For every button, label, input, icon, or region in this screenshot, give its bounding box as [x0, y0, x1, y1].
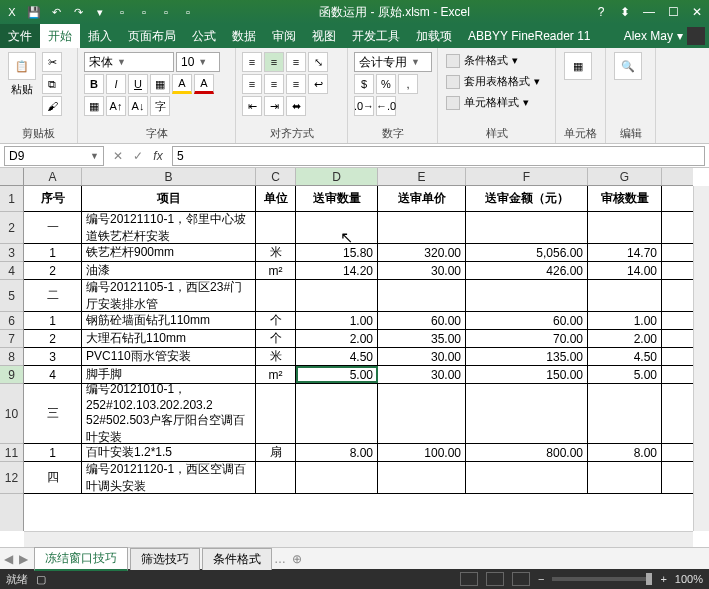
tab-insert[interactable]: 插入	[80, 24, 120, 48]
cell[interactable]: 5,056.00	[466, 244, 588, 261]
cell[interactable]: 米	[256, 348, 296, 365]
cell[interactable]: 个	[256, 330, 296, 347]
cell[interactable]: 1	[24, 244, 82, 261]
align-left-icon[interactable]: ≡	[242, 74, 262, 94]
cell[interactable]: m²	[256, 366, 296, 383]
merge-cells-icon[interactable]: ⬌	[286, 96, 306, 116]
cell[interactable]	[296, 384, 378, 443]
decrease-decimal-icon[interactable]: ←.0	[376, 96, 396, 116]
cell[interactable]: 4	[24, 366, 82, 383]
col-header-A[interactable]: A	[24, 168, 82, 185]
col-header-C[interactable]: C	[256, 168, 296, 185]
fx-icon[interactable]: fx	[148, 149, 168, 163]
header-cell[interactable]: 审核数量	[588, 186, 662, 211]
cell[interactable]: 3	[24, 348, 82, 365]
cell[interactable]: 大理石钻孔110mm	[82, 330, 256, 347]
col-header-G[interactable]: G	[588, 168, 662, 185]
currency-icon[interactable]: $	[354, 74, 374, 94]
page-layout-view-icon[interactable]	[486, 572, 504, 586]
cell[interactable]: 426.00	[466, 262, 588, 279]
cell[interactable]: 14.00	[588, 262, 662, 279]
maximize-icon[interactable]: ☐	[665, 5, 681, 19]
align-bottom-icon[interactable]: ≡	[286, 52, 306, 72]
cell[interactable]: 8.00	[296, 444, 378, 461]
row-header-11[interactable]: 11	[0, 444, 23, 462]
page-break-view-icon[interactable]	[512, 572, 530, 586]
cell[interactable]: 14.20	[296, 262, 378, 279]
sheet-tab-more-icon[interactable]: …	[274, 552, 286, 566]
redo-icon[interactable]: ↷	[70, 4, 86, 20]
cell[interactable]: 油漆	[82, 262, 256, 279]
header-cell[interactable]: 序号	[24, 186, 82, 211]
cell[interactable]: 5.00	[588, 366, 662, 383]
cell[interactable]: 14.70	[588, 244, 662, 261]
row-header-1[interactable]: 1	[0, 186, 23, 212]
cut-icon[interactable]: ✂	[42, 52, 62, 72]
row-header-5[interactable]: 5	[0, 280, 23, 312]
tab-review[interactable]: 审阅	[264, 24, 304, 48]
tab-nav-prev-icon[interactable]: ◀	[4, 552, 13, 566]
cell[interactable]: 30.00	[378, 262, 466, 279]
formula-input[interactable]: 5	[172, 146, 705, 166]
cell[interactable]: 150.00	[466, 366, 588, 383]
cell[interactable]: 60.00	[466, 312, 588, 329]
align-top-icon[interactable]: ≡	[242, 52, 262, 72]
col-header-B[interactable]: B	[82, 168, 256, 185]
row-header-9[interactable]: 9	[0, 366, 23, 384]
increase-decimal-icon[interactable]: .0→	[354, 96, 374, 116]
cell[interactable]: 30.00	[378, 366, 466, 383]
cell[interactable]: 铁艺栏杆900mm	[82, 244, 256, 261]
shrink-font-icon[interactable]: A↓	[128, 96, 148, 116]
cell[interactable]	[378, 384, 466, 443]
cell[interactable]: 钢筋砼墙面钻孔110mm	[82, 312, 256, 329]
copy-icon[interactable]: ⧉	[42, 74, 62, 94]
avatar[interactable]	[687, 27, 705, 45]
ribbon-collapse-icon[interactable]: ⬍	[617, 5, 633, 19]
cell[interactable]: 1	[24, 444, 82, 461]
user-name[interactable]: Alex May	[624, 29, 673, 43]
cell[interactable]: 二	[24, 280, 82, 311]
bold-button[interactable]: B	[84, 74, 104, 94]
cell[interactable]	[588, 462, 662, 493]
qat-more-icon[interactable]: ▾	[92, 4, 108, 20]
cells-button[interactable]: ▦	[562, 52, 594, 124]
cell-styles-button[interactable]: 单元格样式 ▾	[444, 94, 549, 111]
cancel-formula-icon[interactable]: ✕	[108, 149, 128, 163]
row-header-4[interactable]: 4	[0, 262, 23, 280]
cell[interactable]	[296, 462, 378, 493]
cell[interactable]: 135.00	[466, 348, 588, 365]
zoom-out-icon[interactable]: −	[538, 573, 544, 585]
cell[interactable]	[256, 384, 296, 443]
col-header-D[interactable]: D	[296, 168, 378, 185]
tab-file[interactable]: 文件	[0, 24, 40, 48]
cell[interactable]: 60.00	[378, 312, 466, 329]
cell[interactable]: 2	[24, 330, 82, 347]
cell[interactable]: 100.00	[378, 444, 466, 461]
cell[interactable]: 1.00	[296, 312, 378, 329]
tab-addins[interactable]: 加载项	[408, 24, 460, 48]
header-cell[interactable]: 单位	[256, 186, 296, 211]
zoom-slider[interactable]	[552, 577, 652, 581]
cell[interactable]: 米	[256, 244, 296, 261]
cell[interactable]: 百叶安装1.2*1.5	[82, 444, 256, 461]
cell[interactable]	[378, 212, 466, 243]
cell[interactable]: 800.00	[466, 444, 588, 461]
grow-font-icon[interactable]: A↑	[106, 96, 126, 116]
row-header-3[interactable]: 3	[0, 244, 23, 262]
cell[interactable]: 编号20121110-1，邻里中心坡道铁艺栏杆安装	[82, 212, 256, 243]
row-header-6[interactable]: 6	[0, 312, 23, 330]
cell[interactable]: 三	[24, 384, 82, 443]
name-box[interactable]: D9▼	[4, 146, 104, 166]
help-icon[interactable]: ?	[593, 5, 609, 19]
align-middle-icon[interactable]: ≡	[264, 52, 284, 72]
cell[interactable]: 一	[24, 212, 82, 243]
col-header-E[interactable]: E	[378, 168, 466, 185]
minimize-icon[interactable]: —	[641, 5, 657, 19]
cell[interactable]: 个	[256, 312, 296, 329]
cell[interactable]: 320.00	[378, 244, 466, 261]
cell[interactable]: 30.00	[378, 348, 466, 365]
cell[interactable]: 1.00	[588, 312, 662, 329]
cell[interactable]	[296, 212, 378, 243]
cell[interactable]: 脚手脚	[82, 366, 256, 383]
zoom-in-icon[interactable]: +	[660, 573, 666, 585]
